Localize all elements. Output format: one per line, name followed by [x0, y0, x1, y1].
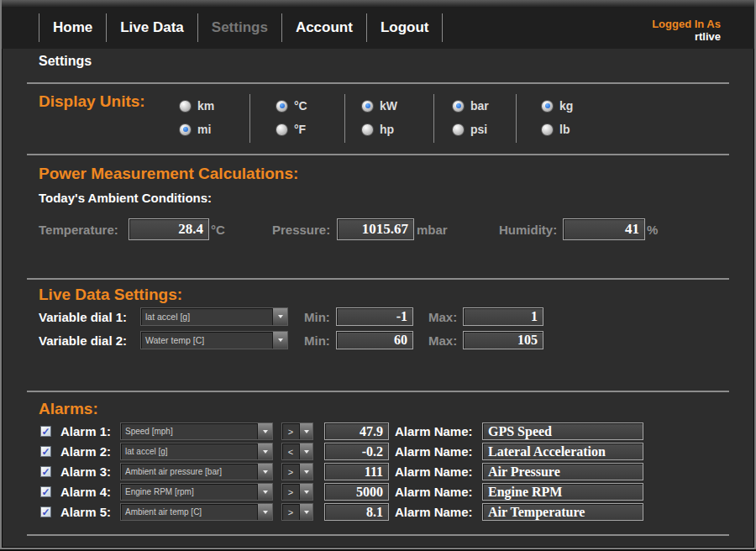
radio-icon[interactable]	[276, 100, 288, 113]
radio-option-celsius[interactable]: °C	[276, 99, 307, 113]
chevron-down-icon	[278, 338, 283, 342]
alarm-variable-select[interactable]: Ambient air temp [C]	[120, 503, 273, 521]
radio-label: lb	[559, 123, 570, 136]
temperature-input[interactable]: 28.4	[129, 218, 209, 240]
alarm-value-input[interactable]: 47.9	[324, 422, 389, 440]
radio-option-km[interactable]: km	[179, 99, 214, 113]
radio-icon[interactable]	[541, 100, 554, 113]
chevron-down-icon	[263, 430, 268, 433]
alarm-name-input[interactable]: Lateral Acceleration	[482, 443, 643, 460]
radio-icon[interactable]	[361, 100, 374, 113]
alarm-enabled-checkbox[interactable]	[40, 426, 51, 437]
humidity-input[interactable]: 41	[563, 218, 645, 240]
alarm-variable-select[interactable]: lat accel [g]	[120, 443, 273, 460]
dropdown-button[interactable]	[257, 443, 272, 459]
dropdown-button[interactable]	[299, 423, 312, 439]
alarm-name-input[interactable]: Air Pressure	[482, 463, 643, 480]
radio-option-kw[interactable]: kW	[361, 99, 397, 113]
nav-item-live-data[interactable]: Live Data	[107, 19, 197, 36]
alarm-variable-select[interactable]: Speed [mph]	[120, 422, 273, 440]
alarm-operator-select[interactable]: >	[281, 422, 313, 440]
dial2-max-input[interactable]: 105	[463, 331, 543, 349]
radio-option-psi[interactable]: psi	[452, 123, 487, 136]
nav-menu: Home Live Data Settings Account Logout	[39, 13, 443, 42]
alarm-name-label: Alarm Name:	[395, 485, 473, 499]
section-divider	[27, 534, 729, 536]
radio-icon[interactable]	[276, 123, 288, 136]
nav-item-account[interactable]: Account	[282, 19, 366, 36]
alarm-name-input[interactable]: GPS Speed	[482, 422, 643, 440]
alarm-label: Alarm 4:	[60, 485, 111, 499]
radio-option-mi[interactable]: mi	[179, 123, 211, 136]
dropdown-button[interactable]	[299, 443, 312, 459]
dropdown-button[interactable]	[272, 308, 287, 325]
alarm-value-input[interactable]: 8.1	[324, 503, 389, 521]
dropdown-button[interactable]	[299, 464, 312, 480]
dropdown-button[interactable]	[257, 504, 272, 520]
units-group-divider	[344, 94, 345, 143]
radio-option-kg[interactable]: kg	[541, 99, 573, 113]
selected-value: lat accel [g]	[121, 447, 257, 456]
dial1-max-label: Max:	[428, 310, 457, 324]
radio-icon[interactable]	[452, 123, 465, 136]
dropdown-button[interactable]	[257, 464, 272, 480]
dropdown-button[interactable]	[257, 423, 272, 439]
selected-value: Ambient air pressure [bar]	[121, 467, 257, 476]
radio-option-lb[interactable]: lb	[541, 123, 570, 136]
dial2-min-input[interactable]: 60	[336, 331, 413, 349]
nav-item-settings[interactable]: Settings	[198, 19, 281, 36]
radio-icon[interactable]	[179, 123, 192, 136]
alarm-operator-select[interactable]: >	[281, 463, 313, 480]
ambient-subheading: Today's Ambient Conditions:	[39, 191, 212, 205]
radio-icon[interactable]	[541, 123, 554, 136]
dial1-min-label: Min:	[304, 310, 330, 324]
alarm-label: Alarm 2:	[60, 444, 111, 459]
alarm-name-label: Alarm Name:	[395, 505, 473, 519]
dropdown-button[interactable]	[299, 484, 312, 500]
alarms-heading: Alarms:	[39, 400, 98, 418]
alarm-variable-select[interactable]: Ambient air pressure [bar]	[120, 463, 273, 480]
display-units-heading: Display Units:	[39, 92, 145, 111]
alarm-enabled-checkbox[interactable]	[40, 466, 51, 477]
radio-icon[interactable]	[452, 100, 465, 113]
units-group-divider	[249, 94, 250, 143]
dial1-label: Variable dial 1:	[39, 310, 127, 324]
radio-label: °F	[294, 123, 306, 136]
alarm-operator-select[interactable]: >	[281, 483, 313, 501]
nav-item-home[interactable]: Home	[39, 19, 106, 36]
alarm-operator-select[interactable]: <	[281, 443, 313, 460]
dropdown-button[interactable]	[257, 484, 272, 500]
dial1-min-input[interactable]: -1	[336, 307, 413, 326]
chevron-down-icon	[304, 470, 309, 474]
radio-label: psi	[470, 123, 487, 136]
pressure-input[interactable]: 1015.67	[337, 218, 414, 240]
nav-bar: Home Live Data Settings Account Logout L…	[2, 7, 754, 49]
radio-icon[interactable]	[361, 123, 374, 136]
nav-item-logout[interactable]: Logout	[367, 19, 443, 36]
humidity-unit: %	[647, 223, 658, 237]
temperature-label: Temperature:	[39, 223, 118, 237]
radio-option-hp[interactable]: hp	[361, 123, 394, 136]
dropdown-button[interactable]	[272, 332, 287, 349]
alarm-label: Alarm 3:	[60, 464, 111, 479]
alarm-variable-select[interactable]: Engine RPM [rpm]	[120, 483, 273, 501]
alarm-value-input[interactable]: 5000	[324, 483, 389, 501]
alarm-value-input[interactable]: -0.2	[324, 443, 389, 460]
alarm-name-input[interactable]: Air Temperature	[482, 503, 643, 521]
alarm-operator-select[interactable]: >	[281, 503, 313, 521]
dial1-variable-select[interactable]: lat accel [g]	[140, 307, 288, 326]
alarm-enabled-checkbox[interactable]	[40, 506, 51, 517]
radio-icon[interactable]	[179, 100, 192, 113]
alarm-value-input[interactable]: 111	[324, 463, 389, 480]
alarm-name-input[interactable]: Engine RPM	[482, 483, 643, 501]
dropdown-button[interactable]	[299, 504, 312, 520]
radio-option-bar[interactable]: bar	[452, 99, 489, 113]
radio-option-fahrenheit[interactable]: °F	[276, 123, 306, 136]
dial2-variable-select[interactable]: Water temp [C]	[140, 331, 288, 349]
radio-label: bar	[470, 99, 489, 113]
selected-value: Water temp [C]	[141, 335, 272, 345]
alarm-enabled-checkbox[interactable]	[40, 486, 51, 497]
alarm-enabled-checkbox[interactable]	[40, 446, 51, 457]
dial1-max-input[interactable]: 1	[463, 307, 543, 326]
pressure-unit: mbar	[417, 223, 448, 237]
